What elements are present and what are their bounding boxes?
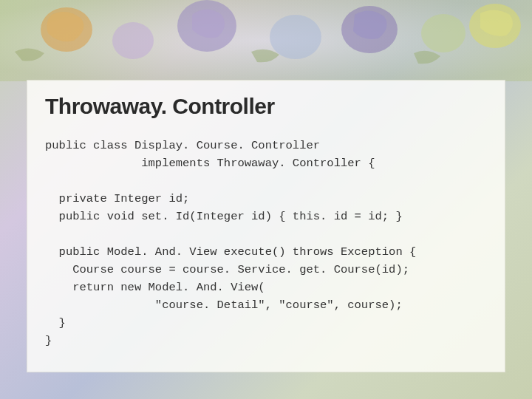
code-line: } [45, 334, 52, 347]
svg-point-2 [112, 22, 154, 59]
svg-point-3 [177, 0, 236, 52]
code-line: private Integer id; [45, 192, 189, 205]
code-line: implements Throwaway. Controller { [45, 157, 375, 170]
code-line: public void set. Id(Integer id) { this. … [45, 210, 403, 223]
code-line: return new Model. And. View( [45, 281, 265, 294]
slide-title: Throwaway. Controller [45, 94, 487, 119]
svg-point-1 [41, 7, 92, 52]
svg-point-6 [421, 14, 466, 52]
code-line: public Model. And. View execute() throws… [45, 245, 416, 259]
code-line: Course course = course. Service. get. Co… [45, 263, 409, 276]
code-line: public class Display. Course. Controller [45, 139, 320, 152]
svg-point-7 [469, 4, 521, 48]
code-line: } [45, 316, 66, 330]
code-line: "course. Detail", "course", course); [45, 299, 403, 312]
slide-content: Throwaway. Controller public class Displ… [27, 80, 505, 372]
svg-rect-0 [0, 0, 532, 81]
svg-point-4 [270, 15, 321, 59]
code-block: public class Display. Course. Controller… [45, 137, 487, 349]
svg-point-5 [341, 6, 398, 53]
decorative-header-flowers [0, 0, 532, 81]
